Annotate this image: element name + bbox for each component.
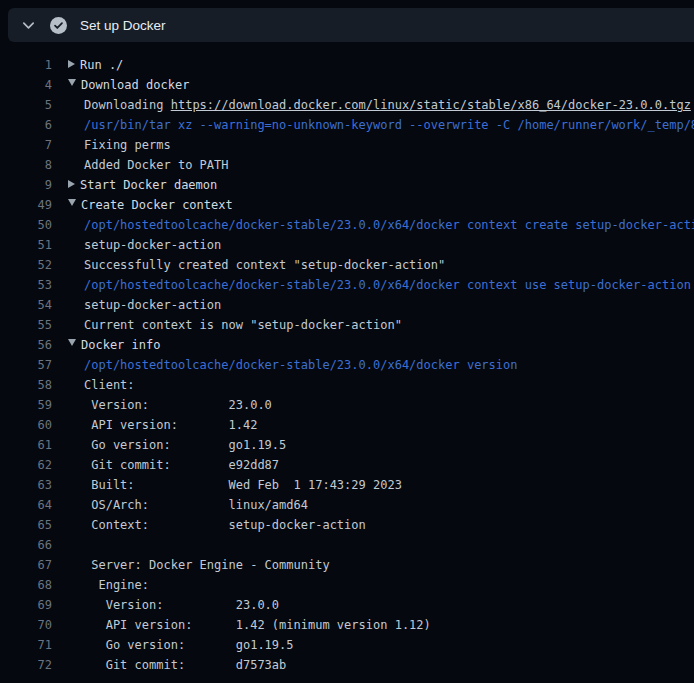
log-text: /opt/hostedtoolcache/docker-stable/23.0.… (84, 218, 694, 232)
line-number[interactable]: 68 (0, 575, 52, 595)
line-number[interactable]: 64 (0, 495, 52, 515)
line-number[interactable]: 71 (0, 635, 52, 655)
log-text: /usr/bin/tar xz --warning=no-unknown-key… (84, 118, 694, 132)
step-title: Set up Docker (80, 18, 166, 33)
log-line: /opt/hostedtoolcache/docker-stable/23.0.… (52, 355, 694, 375)
line-number[interactable]: 62 (0, 455, 52, 475)
chevron-down-icon[interactable] (21, 18, 36, 33)
log-row: 4Download docker (0, 75, 694, 95)
log-line: Go version: go1.19.5 (52, 635, 694, 655)
log-text: Go version: go1.19.5 (84, 438, 286, 452)
log-line: Downloading https://download.docker.com/… (52, 95, 694, 115)
chevron-down-icon[interactable] (68, 79, 76, 86)
line-number[interactable]: 56 (0, 335, 52, 355)
log-text: Engine: (84, 578, 149, 592)
log-line: Engine: (52, 575, 694, 595)
log-row: 58Client: (0, 375, 694, 395)
step-header[interactable]: Set up Docker (8, 8, 694, 42)
log-row: 51setup-docker-action (0, 235, 694, 255)
log-row: 70 API version: 1.42 (minimum version 1.… (0, 615, 694, 635)
line-number[interactable]: 60 (0, 415, 52, 435)
line-number[interactable]: 1 (0, 55, 52, 75)
log-text: Client: (84, 378, 135, 392)
line-number[interactable]: 51 (0, 235, 52, 255)
line-number[interactable]: 52 (0, 255, 52, 275)
log-container: 1Run ./4Download docker5Downloading http… (0, 42, 694, 675)
line-number[interactable]: 4 (0, 75, 52, 95)
log-line: Successfully created context "setup-dock… (52, 255, 694, 275)
log-text: Downloading (84, 98, 171, 112)
log-group-header[interactable]: Run ./ (52, 55, 694, 75)
chevron-right-icon[interactable] (68, 60, 75, 68)
log-line: Server: Docker Engine - Community (52, 555, 694, 575)
chevron-down-icon[interactable] (68, 199, 76, 206)
log-row: 55Current context is now "setup-docker-a… (0, 315, 694, 335)
line-number[interactable]: 72 (0, 655, 52, 675)
log-line: API version: 1.42 (52, 415, 694, 435)
log-group-header[interactable]: Download docker (52, 75, 694, 95)
line-number[interactable]: 69 (0, 595, 52, 615)
log-line (52, 535, 694, 555)
group-title: Run ./ (80, 58, 123, 72)
log-row: 57/opt/hostedtoolcache/docker-stable/23.… (0, 355, 694, 375)
log-text: API version: 1.42 (84, 418, 257, 432)
log-row: 72 Git commit: d7573ab (0, 655, 694, 675)
line-number[interactable]: 65 (0, 515, 52, 535)
log-text: Current context is now "setup-docker-act… (84, 318, 402, 332)
line-number[interactable]: 66 (0, 535, 52, 555)
log-group-header[interactable]: Docker info (52, 335, 694, 355)
chevron-right-icon[interactable] (68, 180, 75, 188)
line-number[interactable]: 53 (0, 275, 52, 295)
log-row: 64 OS/Arch: linux/amd64 (0, 495, 694, 515)
log-row: 56Docker info (0, 335, 694, 355)
log-row: 68 Engine: (0, 575, 694, 595)
line-number[interactable]: 9 (0, 175, 52, 195)
line-number[interactable]: 7 (0, 135, 52, 155)
log-row: 49Create Docker context (0, 195, 694, 215)
log-row: 52Successfully created context "setup-do… (0, 255, 694, 275)
log-text: Added Docker to PATH (84, 158, 229, 172)
log-row: 67 Server: Docker Engine - Community (0, 555, 694, 575)
line-number[interactable]: 63 (0, 475, 52, 495)
log-row: 8Added Docker to PATH (0, 155, 694, 175)
line-number[interactable]: 59 (0, 395, 52, 415)
log-text: API version: 1.42 (minimum version 1.12) (84, 618, 431, 632)
log-group-header[interactable]: Create Docker context (52, 195, 694, 215)
line-number[interactable]: 58 (0, 375, 52, 395)
log-row: 54setup-docker-action (0, 295, 694, 315)
log-line: API version: 1.42 (minimum version 1.12) (52, 615, 694, 635)
check-circle-icon (50, 17, 67, 34)
log-url-link[interactable]: https://download.docker.com/linux/static… (171, 98, 691, 112)
line-number[interactable]: 8 (0, 155, 52, 175)
log-row: 1Run ./ (0, 55, 694, 75)
log-line: Git commit: d7573ab (52, 655, 694, 675)
log-line: Go version: go1.19.5 (52, 435, 694, 455)
log-row: 7Fixing perms (0, 135, 694, 155)
line-number[interactable]: 50 (0, 215, 52, 235)
line-number[interactable]: 6 (0, 115, 52, 135)
log-line: Fixing perms (52, 135, 694, 155)
log-text: /opt/hostedtoolcache/docker-stable/23.0.… (84, 278, 691, 292)
line-number[interactable]: 54 (0, 295, 52, 315)
line-number[interactable]: 55 (0, 315, 52, 335)
chevron-down-icon[interactable] (68, 339, 76, 346)
log-row: 63 Built: Wed Feb 1 17:43:29 2023 (0, 475, 694, 495)
log-row: 71 Go version: go1.19.5 (0, 635, 694, 655)
line-number[interactable]: 49 (0, 195, 52, 215)
line-number[interactable]: 67 (0, 555, 52, 575)
log-group-header[interactable]: Start Docker daemon (52, 175, 694, 195)
log-row: 66 (0, 535, 694, 555)
log-text: setup-docker-action (84, 238, 221, 252)
line-number[interactable]: 61 (0, 435, 52, 455)
log-text: Go version: go1.19.5 (84, 638, 294, 652)
group-title: Download docker (81, 78, 189, 92)
log-lines: 1Run ./4Download docker5Downloading http… (0, 55, 694, 675)
line-number[interactable]: 57 (0, 355, 52, 375)
log-row: 9Start Docker daemon (0, 175, 694, 195)
line-number[interactable]: 70 (0, 615, 52, 635)
log-line: Version: 23.0.0 (52, 395, 694, 415)
line-number[interactable]: 5 (0, 95, 52, 115)
log-text: Context: setup-docker-action (84, 518, 366, 532)
log-row: 5Downloading https://download.docker.com… (0, 95, 694, 115)
log-text: Server: Docker Engine - Community (84, 558, 330, 572)
